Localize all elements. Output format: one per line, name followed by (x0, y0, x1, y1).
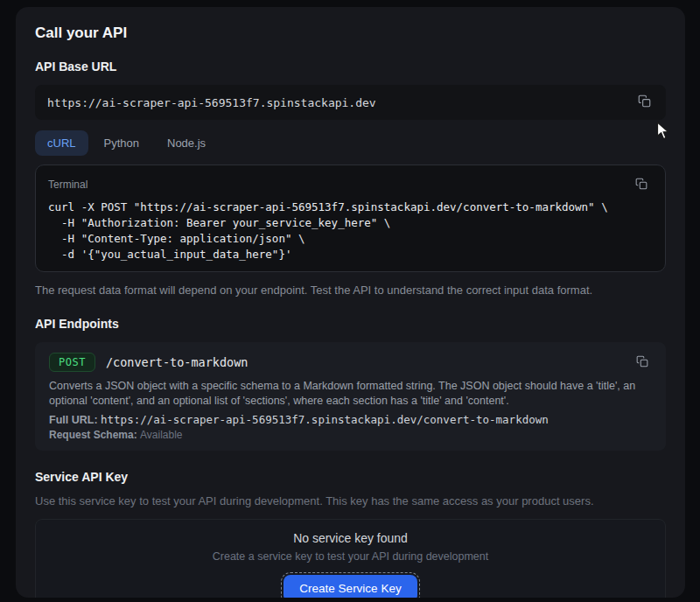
tab-nodejs[interactable]: Node.js (155, 130, 218, 156)
copy-icon (638, 94, 651, 110)
copy-icon (636, 355, 648, 370)
endpoint-full-url-row: Full URL: https://ai-scraper-api-569513f… (49, 413, 654, 427)
service-key-empty-state: No service key found Create a service ke… (35, 519, 666, 598)
create-service-key-button[interactable]: Create Service Key (284, 575, 416, 598)
terminal-code-block: Terminal curl -X POST "https://ai-scrape… (35, 164, 666, 272)
copy-endpoint-url-button[interactable] (631, 351, 654, 374)
curl-command-line: -H "Authorization: Bearer your_service_k… (48, 215, 653, 231)
endpoint-path: /convert-to-markdown (106, 355, 248, 369)
service-api-key-heading: Service API Key (35, 470, 666, 485)
api-base-url-value: https://ai-scraper-api-569513f7.spinstac… (47, 96, 376, 109)
tab-curl[interactable]: cURL (35, 130, 88, 156)
terminal-title: Terminal (48, 178, 88, 191)
tab-python[interactable]: Python (92, 130, 151, 156)
curl-command-line: -d '{"you_actual_input_data_here"}' (48, 247, 653, 262)
api-base-url-heading: API Base URL (35, 60, 666, 74)
request-schema-row: Request Schema: Available (49, 429, 654, 442)
curl-command-line: curl -X POST "https://ai-scraper-api-569… (48, 200, 653, 215)
page-title: Call your API (35, 24, 666, 42)
no-service-key-title: No service key found (293, 531, 408, 545)
copy-icon (635, 178, 648, 192)
api-endpoints-heading: API Endpoints (35, 317, 666, 332)
request-schema-value: Available (140, 429, 182, 441)
endpoint-card: POST /convert-to-markdown Converts a JSO… (35, 342, 666, 451)
request-format-note: The request data format will depend on y… (35, 284, 666, 298)
copy-code-button[interactable] (630, 173, 653, 196)
copy-base-url-button[interactable] (633, 91, 655, 114)
call-your-api-panel: Call your API API Base URL https://ai-sc… (16, 7, 685, 598)
request-schema-label: Request Schema: (49, 429, 137, 441)
full-url-label: Full URL: (49, 414, 98, 426)
method-badge-post: POST (49, 353, 95, 372)
full-url-value: https://ai-scraper-api-569513f7.spinstac… (101, 413, 549, 426)
service-key-description: Use this service key to test your API du… (35, 494, 666, 508)
endpoint-description: Converts a JSON object with a specific s… (49, 379, 654, 408)
api-base-url-bar: https://ai-scraper-api-569513f7.spinstac… (35, 85, 666, 120)
language-tabs: cURL Python Node.js (35, 130, 666, 156)
curl-command-line: -H "Content-Type: application/json" \ (48, 231, 653, 247)
no-service-key-subtitle: Create a service key to test your API du… (213, 550, 488, 563)
